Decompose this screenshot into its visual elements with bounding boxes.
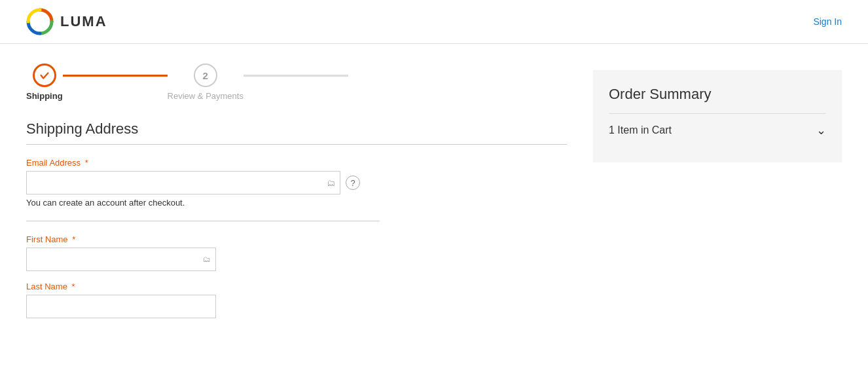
last-name-required-star: *: [72, 282, 75, 291]
logo-area: LUMA: [26, 8, 107, 35]
last-name-label-text: Last Name: [26, 282, 67, 291]
logo-text: LUMA: [60, 13, 107, 30]
last-name-label: Last Name *: [26, 282, 567, 291]
email-group: Email Address * 🗂 ? You can create an ac…: [26, 158, 567, 208]
shipping-address-title: Shipping Address: [26, 120, 567, 138]
cart-summary-row[interactable]: 1 Item in Cart ⌄: [609, 114, 826, 147]
first-name-label: First Name *: [26, 234, 567, 244]
step-line-2: [244, 75, 348, 77]
order-summary: Order Summary 1 Item in Cart ⌄: [593, 70, 842, 162]
last-name-input[interactable]: [26, 295, 216, 318]
email-label: Email Address *: [26, 158, 567, 168]
luma-logo-icon: [26, 8, 54, 35]
checkmark-icon: [39, 69, 50, 81]
step-1-circle: [33, 64, 56, 87]
step-1-wrapper: Shipping: [26, 64, 63, 101]
step-line-1: [63, 75, 168, 77]
left-column: Shipping 2 Review & Payments Shipping Ad…: [26, 57, 567, 329]
sign-in-link[interactable]: Sign In: [813, 16, 842, 27]
first-name-input[interactable]: [26, 248, 216, 271]
step-2-number: 2: [203, 70, 208, 81]
progress-steps: Shipping 2 Review & Payments: [26, 57, 567, 101]
order-summary-title: Order Summary: [609, 86, 826, 103]
step-2-wrapper: 2 Review & Payments: [168, 64, 244, 101]
email-input[interactable]: [26, 171, 340, 194]
first-name-group: First Name * 🗂: [26, 234, 567, 271]
email-label-text: Email Address: [26, 158, 81, 168]
cart-summary-label: 1 Item in Cart: [609, 124, 672, 136]
email-input-wrapper: 🗂 ?: [26, 171, 380, 194]
email-field-wrapper: 🗂: [26, 171, 340, 194]
header: LUMA Sign In: [0, 0, 868, 44]
last-name-field-wrapper: [26, 295, 216, 318]
first-name-required-star: *: [72, 234, 75, 244]
step-1-label: Shipping: [26, 91, 63, 101]
first-name-label-text: First Name: [26, 234, 68, 244]
help-icon[interactable]: ?: [346, 176, 360, 190]
right-column: Order Summary 1 Item in Cart ⌄: [593, 57, 842, 329]
step-2-circle: 2: [194, 64, 217, 87]
email-required-star: *: [85, 158, 88, 168]
first-name-field-wrapper: 🗂: [26, 248, 216, 271]
section-divider: [26, 144, 567, 145]
last-name-group: Last Name *: [26, 282, 567, 318]
main-container: Shipping 2 Review & Payments Shipping Ad…: [0, 44, 868, 342]
form-divider-1: [26, 221, 380, 221]
step-2-label: Review & Payments: [168, 91, 244, 101]
chevron-down-icon[interactable]: ⌄: [816, 123, 826, 138]
email-field-note: You can create an account after checkout…: [26, 198, 567, 208]
